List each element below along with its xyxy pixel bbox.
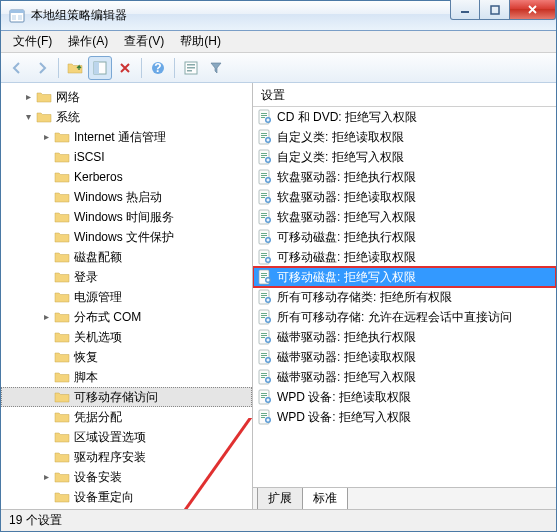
- svg-rect-14: [94, 62, 99, 74]
- tree-item[interactable]: 电源管理: [1, 287, 252, 307]
- policy-item-label: 软盘驱动器: 拒绝执行权限: [277, 169, 416, 186]
- policy-icon: [257, 369, 273, 385]
- folder-icon: [54, 229, 70, 245]
- policy-item[interactable]: 磁带驱动器: 拒绝执行权限: [253, 327, 556, 347]
- policy-item-label: 自定义类: 拒绝读取权限: [277, 129, 404, 146]
- policy-item[interactable]: 可移动磁盘: 拒绝执行权限: [253, 227, 556, 247]
- column-header-settings[interactable]: 设置: [253, 83, 556, 107]
- minimize-button[interactable]: [450, 0, 480, 20]
- tree-item-label: 脚本: [74, 369, 98, 386]
- tree-item[interactable]: ▸设备安装: [1, 467, 252, 487]
- properties-button[interactable]: [179, 56, 203, 80]
- tree-item-label: Kerberos: [74, 170, 123, 184]
- policy-item[interactable]: 自定义类: 拒绝写入权限: [253, 147, 556, 167]
- tree-item-label: iSCSI: [74, 150, 105, 164]
- tree-item[interactable]: 驱动程序安装: [1, 447, 252, 467]
- policy-item[interactable]: 软盘驱动器: 拒绝写入权限: [253, 207, 556, 227]
- tree-item-label: Windows 文件保护: [74, 229, 174, 246]
- right-pane: 设置 CD 和 DVD: 拒绝写入权限自定义类: 拒绝读取权限自定义类: 拒绝写…: [253, 83, 556, 509]
- tab-standard[interactable]: 标准: [302, 488, 348, 509]
- tree-item-label: 区域设置选项: [74, 429, 146, 446]
- tree-item[interactable]: ▸网络: [1, 87, 252, 107]
- tree-item[interactable]: 恢复: [1, 347, 252, 367]
- menu-file[interactable]: 文件(F): [5, 31, 60, 52]
- help-button[interactable]: ?: [146, 56, 170, 80]
- tree-item[interactable]: Windows 时间服务: [1, 207, 252, 227]
- policy-icon: [257, 169, 273, 185]
- show-tree-button[interactable]: [88, 56, 112, 80]
- policy-item-label: 所有可移动存储类: 拒绝所有权限: [277, 289, 452, 306]
- tree-item-label: 驱动程序安装: [74, 449, 146, 466]
- tree-item[interactable]: 凭据分配: [1, 407, 252, 427]
- separator: [141, 58, 142, 78]
- policy-icon: [257, 329, 273, 345]
- tree-toggle-icon[interactable]: ▾: [23, 112, 34, 123]
- back-button[interactable]: [5, 56, 29, 80]
- svg-rect-20: [187, 70, 192, 72]
- policy-icon: [257, 389, 273, 405]
- tree-item[interactable]: Windows 文件保护: [1, 227, 252, 247]
- folder-icon: [54, 369, 70, 385]
- tree-item[interactable]: Windows 热启动: [1, 187, 252, 207]
- tree-item[interactable]: iSCSI: [1, 147, 252, 167]
- maximize-button[interactable]: [480, 0, 510, 20]
- tree-toggle-icon[interactable]: ▸: [41, 312, 52, 323]
- tab-extended[interactable]: 扩展: [257, 488, 303, 509]
- tree-item-label: 登录: [74, 269, 98, 286]
- policy-icon: [257, 289, 273, 305]
- policy-item[interactable]: 软盘驱动器: 拒绝执行权限: [253, 167, 556, 187]
- menu-view[interactable]: 查看(V): [116, 31, 172, 52]
- policy-item[interactable]: 自定义类: 拒绝读取权限: [253, 127, 556, 147]
- close-button[interactable]: [510, 0, 556, 20]
- tree-toggle-icon[interactable]: ▸: [41, 472, 52, 483]
- delete-button[interactable]: [113, 56, 137, 80]
- policy-item[interactable]: 可移动磁盘: 拒绝写入权限: [253, 267, 556, 287]
- policy-item[interactable]: 磁带驱动器: 拒绝读取权限: [253, 347, 556, 367]
- policy-item-label: 可移动磁盘: 拒绝读取权限: [277, 249, 416, 266]
- tree-item-label: Windows 时间服务: [74, 209, 174, 226]
- toolbar: ?: [1, 53, 556, 83]
- forward-button[interactable]: [30, 56, 54, 80]
- policy-item[interactable]: 可移动磁盘: 拒绝读取权限: [253, 247, 556, 267]
- folder-icon: [54, 169, 70, 185]
- svg-text:?: ?: [154, 61, 161, 75]
- up-button[interactable]: [63, 56, 87, 80]
- menu-help[interactable]: 帮助(H): [172, 31, 229, 52]
- tree-pane[interactable]: ▸网络▾系统▸Internet 通信管理iSCSIKerberosWindows…: [1, 83, 253, 509]
- menubar: 文件(F) 操作(A) 查看(V) 帮助(H): [1, 31, 556, 53]
- window-title: 本地组策略编辑器: [31, 7, 450, 24]
- tree-item[interactable]: ▾系统: [1, 107, 252, 127]
- folder-icon: [54, 249, 70, 265]
- folder-icon: [54, 189, 70, 205]
- policy-icon: [257, 149, 273, 165]
- tree-item[interactable]: 关机选项: [1, 327, 252, 347]
- tree-item[interactable]: 磁盘配额: [1, 247, 252, 267]
- policy-item[interactable]: CD 和 DVD: 拒绝写入权限: [253, 107, 556, 127]
- tree-item[interactable]: 设备重定向: [1, 487, 252, 507]
- policy-item[interactable]: 所有可移动存储: 允许在远程会话中直接访问: [253, 307, 556, 327]
- policy-item[interactable]: 软盘驱动器: 拒绝读取权限: [253, 187, 556, 207]
- policy-item[interactable]: 磁带驱动器: 拒绝写入权限: [253, 367, 556, 387]
- policy-list[interactable]: CD 和 DVD: 拒绝写入权限自定义类: 拒绝读取权限自定义类: 拒绝写入权限…: [253, 107, 556, 487]
- window-buttons: [450, 1, 556, 30]
- policy-item[interactable]: 所有可移动存储类: 拒绝所有权限: [253, 287, 556, 307]
- tree-item[interactable]: 脚本: [1, 367, 252, 387]
- tree-item[interactable]: Kerberos: [1, 167, 252, 187]
- titlebar[interactable]: 本地组策略编辑器: [1, 1, 556, 31]
- tree-item[interactable]: 区域设置选项: [1, 427, 252, 447]
- tree-item-label: 设备重定向: [74, 489, 134, 506]
- policy-icon: [257, 349, 273, 365]
- tree-toggle-icon[interactable]: ▸: [41, 132, 52, 143]
- menu-action[interactable]: 操作(A): [60, 31, 116, 52]
- tree-item[interactable]: ▸分布式 COM: [1, 307, 252, 327]
- svg-rect-18: [187, 64, 195, 66]
- tree-item[interactable]: ▸Internet 通信管理: [1, 127, 252, 147]
- tree-item[interactable]: 登录: [1, 267, 252, 287]
- policy-icon: [257, 209, 273, 225]
- policy-item[interactable]: WPD 设备: 拒绝读取权限: [253, 387, 556, 407]
- policy-item[interactable]: WPD 设备: 拒绝写入权限: [253, 407, 556, 427]
- tree-toggle-icon[interactable]: ▸: [23, 92, 34, 103]
- filter-button[interactable]: [204, 56, 228, 80]
- policy-item-label: 软盘驱动器: 拒绝写入权限: [277, 209, 416, 226]
- tree-item[interactable]: 可移动存储访问: [1, 387, 252, 407]
